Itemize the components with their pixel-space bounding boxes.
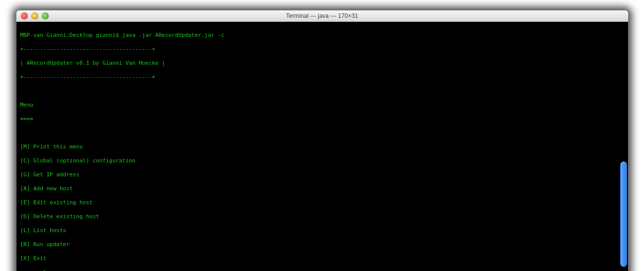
menu-item: [A] Add new host bbox=[20, 185, 624, 192]
window-titlebar: Terminal — java — 170×31 bbox=[16, 10, 628, 22]
menu-header: Menu bbox=[20, 102, 624, 109]
menu-item: [G] Get IP address bbox=[20, 171, 624, 178]
box-title: | ARecordUpdater v0.1 by Gianni Van Hoec… bbox=[20, 60, 624, 67]
close-icon[interactable] bbox=[21, 12, 28, 19]
window-title: Terminal — java — 170×31 bbox=[16, 10, 628, 21]
menu-item: [E] Edit existing host bbox=[20, 199, 624, 206]
blank-line bbox=[20, 88, 624, 95]
terminal-window: Terminal — java — 170×31 MBP-van-Gianni:… bbox=[16, 10, 629, 271]
menu-item: [R] Run updater bbox=[20, 241, 624, 248]
blank-line bbox=[20, 130, 624, 136]
box-border-top: +---------------------------------------… bbox=[20, 46, 624, 53]
zoom-icon[interactable] bbox=[42, 12, 49, 19]
menu-prompt: menu > l bbox=[20, 269, 624, 271]
menu-item: [C] Global (optional) configuration bbox=[20, 157, 624, 164]
box-border-bottom: +---------------------------------------… bbox=[20, 74, 624, 81]
minimize-icon[interactable] bbox=[31, 12, 38, 19]
menu-item: [D] Delete existing host bbox=[20, 213, 624, 220]
menu-item: [X] Exit bbox=[20, 255, 624, 262]
menu-underline: ==== bbox=[20, 116, 624, 123]
menu-item: [L] List hosts bbox=[20, 227, 624, 234]
traffic-lights bbox=[21, 12, 49, 19]
scrollbar-thumb[interactable] bbox=[620, 161, 627, 267]
terminal-viewport[interactable]: MBP-van-Gianni:Desktop gianni$ java -jar… bbox=[16, 22, 628, 271]
shell-prompt: MBP-van-Gianni:Desktop gianni$ java -jar… bbox=[20, 32, 624, 39]
menu-item: [M] Print this menu bbox=[20, 143, 624, 150]
